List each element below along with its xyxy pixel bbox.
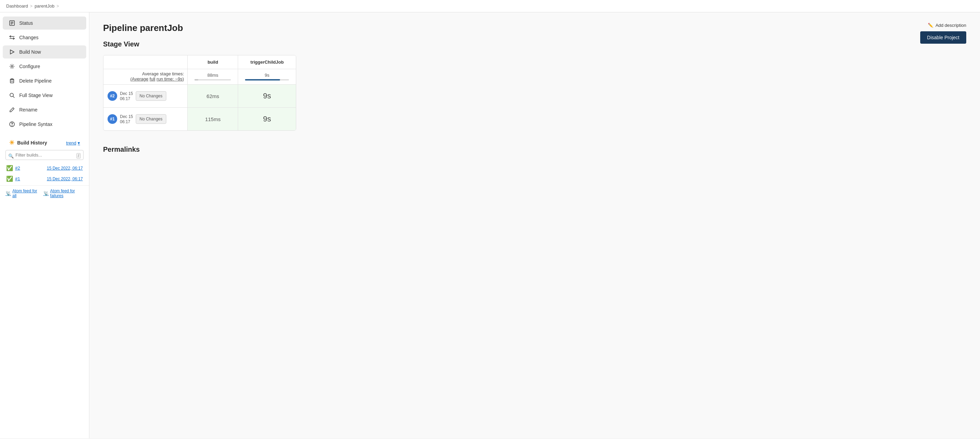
sidebar-item-delete-pipeline[interactable]: Delete Pipeline — [3, 74, 86, 88]
rename-pencil-icon — [9, 107, 15, 113]
trash-icon — [9, 78, 15, 84]
no-changes-btn-1[interactable]: No Changes — [136, 114, 166, 124]
build-badge-1[interactable]: #1 — [108, 114, 117, 124]
sidebar: Status Changes Build Now — [0, 13, 89, 438]
sidebar-item-pipeline-syntax[interactable]: Pipeline Syntax — [3, 118, 86, 131]
avg-build-time: 88ms — [194, 73, 231, 78]
disable-project-button[interactable]: Disable Project — [920, 31, 966, 44]
stage-table: build triggerChildJob Average stage time… — [103, 55, 296, 130]
build-meta-2: Dec 15 06:17 — [120, 91, 133, 101]
build-info-inner-1: #1 Dec 15 06:17 No Changes — [103, 111, 187, 128]
atom-feed-all-label: Atom feed for all — [13, 188, 38, 198]
svg-marker-6 — [10, 50, 14, 54]
stage-row-1: #1 Dec 15 06:17 No Changes 115ms 9s — [103, 108, 296, 131]
stage-table-header-row: build triggerChildJob — [103, 55, 296, 69]
avg-run-label: (Average full run time: ~9s) — [110, 77, 184, 81]
changes-icon — [9, 34, 15, 41]
build-date-line2-1: 06:17 — [120, 120, 133, 124]
build-history-title: ☀ Build History — [9, 139, 47, 147]
stage-cell-build-1[interactable]: 115ms — [188, 108, 238, 131]
atom-feed-all[interactable]: 📡 Atom feed for all — [5, 188, 38, 198]
sidebar-item-configure[interactable]: Configure — [3, 60, 86, 73]
breadcrumb-dashboard[interactable]: Dashboard — [6, 3, 28, 9]
build-info-cell-1: #1 Dec 15 06:17 No Changes — [103, 108, 188, 131]
stage-view-container: build triggerChildJob Average stage time… — [103, 55, 296, 131]
breadcrumb-parentjob[interactable]: parentJob — [35, 3, 55, 9]
no-changes-btn-2[interactable]: No Changes — [136, 91, 166, 101]
filter-input-wrap: 🔍 / — [0, 148, 89, 163]
breadcrumb-bar: Dashboard > parentJob > — [0, 0, 980, 13]
build-list-item[interactable]: ✅ #2 15 Dec 2022, 06:17 — [3, 163, 86, 173]
avg-build-cell: 88ms — [188, 69, 238, 85]
search-icon — [9, 92, 15, 98]
build-progress-bar — [194, 79, 198, 80]
trend-link[interactable]: trend ▾ — [66, 140, 80, 145]
sidebar-item-changes-label: Changes — [19, 35, 38, 40]
build-info-inner-2: #2 Dec 15 06:17 No Changes — [103, 88, 187, 105]
svg-point-7 — [11, 66, 13, 67]
sidebar-item-delete-pipeline-label: Delete Pipeline — [19, 78, 51, 84]
build-meta-1: Dec 15 06:17 — [120, 114, 133, 124]
sidebar-item-configure-label: Configure — [19, 64, 40, 69]
svg-rect-8 — [10, 80, 14, 83]
main-content: Pipeline parentJob ✏️ Add description Di… — [89, 13, 980, 438]
filter-search-icon: 🔍 — [8, 153, 14, 158]
sidebar-item-build-now-label: Build Now — [19, 49, 41, 55]
svg-point-11 — [10, 93, 13, 97]
trend-label: trend — [66, 140, 76, 145]
build-date-line1-1: Dec 15 — [120, 114, 133, 119]
stage-col-build: build — [188, 55, 238, 69]
avg-trigger-cell: 9s — [238, 69, 296, 85]
page-title: Pipeline parentJob — [103, 23, 966, 34]
sidebar-item-rename[interactable]: Rename — [3, 103, 86, 116]
add-description-link[interactable]: ✏️ Add description — [928, 23, 966, 28]
stage-cell-trigger-2[interactable]: 9s — [238, 85, 296, 108]
avg-trigger-time: 9s — [245, 73, 289, 78]
build-left-2: ✅ #2 — [6, 165, 20, 171]
build-badge-2[interactable]: #2 — [108, 91, 117, 101]
sun-icon: ☀ — [9, 139, 14, 147]
avg-times-row: Average stage times: (Average full run t… — [103, 69, 296, 85]
play-icon — [9, 49, 15, 55]
build-date-1[interactable]: 15 Dec 2022, 06:17 — [47, 177, 83, 181]
atom-icon-all: 📡 — [5, 191, 11, 196]
build-progress-wrap — [194, 79, 231, 80]
success-icon-2: ✅ — [6, 165, 13, 171]
build-num-1[interactable]: #1 — [15, 176, 20, 181]
avg-times-label-cell: Average stage times: (Average full run t… — [103, 69, 188, 85]
svg-point-14 — [12, 126, 13, 126]
build-info-cell-2: #2 Dec 15 06:17 No Changes — [103, 85, 188, 108]
stage-col-triggerchildjob: triggerChildJob — [238, 55, 296, 69]
filter-builds-input[interactable] — [5, 150, 83, 160]
build-date-line2-2: 06:17 — [120, 96, 133, 101]
filter-slash-shortcut: / — [76, 153, 81, 159]
chevron-down-icon: ▾ — [78, 140, 80, 145]
atom-feeds: 📡 Atom feed for all 📡 Atom feed for fail… — [0, 185, 89, 201]
add-description-pencil-icon: ✏️ — [928, 23, 933, 28]
atom-feed-failures[interactable]: 📡 Atom feed for failures — [43, 188, 83, 198]
sidebar-item-changes[interactable]: Changes — [3, 31, 86, 44]
permalinks-title: Permalinks — [103, 145, 966, 153]
sidebar-item-full-stage-view[interactable]: Full Stage View — [3, 89, 86, 102]
sidebar-item-status-label: Status — [19, 20, 33, 26]
build-list-item-1[interactable]: ✅ #1 15 Dec 2022, 06:17 — [3, 173, 86, 184]
build-num-2[interactable]: #2 — [15, 166, 20, 171]
atom-feed-failures-label: Atom feed for failures — [50, 188, 83, 198]
stage-cell-build-2[interactable]: 62ms — [188, 85, 238, 108]
svg-line-12 — [13, 96, 14, 98]
sidebar-item-status[interactable]: Status — [3, 16, 86, 30]
stage-header-empty — [103, 55, 188, 69]
success-icon-1: ✅ — [6, 176, 13, 182]
atom-icon-failures: 📡 — [43, 191, 49, 196]
gear-icon — [9, 63, 15, 70]
build-history-header: ☀ Build History trend ▾ — [3, 136, 86, 148]
sidebar-item-build-now[interactable]: Build Now — [3, 45, 86, 59]
breadcrumb-sep-2: > — [56, 4, 59, 9]
stage-cell-trigger-1[interactable]: 9s — [238, 108, 296, 131]
question-icon — [9, 121, 15, 127]
build-history-divider: ☀ Build History trend ▾ 🔍 / ✅ #2 — [0, 134, 89, 201]
build-date-2[interactable]: 15 Dec 2022, 06:17 — [47, 166, 83, 171]
build-left-1: ✅ #1 — [6, 176, 20, 182]
stage-view-title: Stage View — [103, 40, 966, 48]
build-history-label: Build History — [17, 140, 47, 145]
